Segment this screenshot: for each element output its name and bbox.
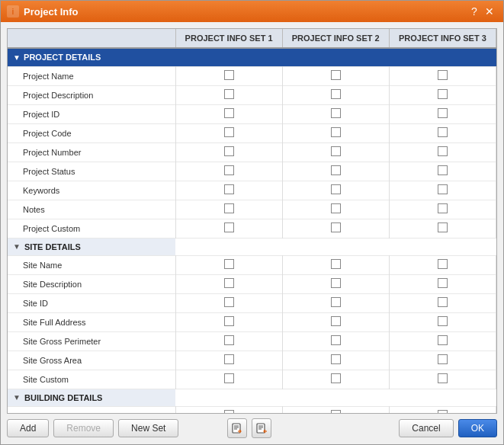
add-button[interactable]: Add [7,419,49,437]
checkbox-icon[interactable] [331,278,341,288]
checkbox-icon[interactable] [224,70,234,80]
checkbox-project-details-5-set3[interactable] [389,162,496,181]
checkbox-icon[interactable] [331,297,341,307]
checkbox-site-details-4-set1[interactable] [175,331,282,351]
checkbox-site-details-2-set3[interactable] [389,293,496,312]
collapse-icon[interactable]: ▼ [12,393,21,402]
checkbox-project-details-1-set3[interactable] [389,85,496,104]
checkbox-icon[interactable] [224,373,234,383]
checkbox-site-details-6-set1[interactable] [175,370,282,389]
section-row-project-details[interactable]: ▼ PROJECT DETAILS [8,48,496,66]
checkbox-icon[interactable] [331,335,341,345]
checkbox-project-details-7-set2[interactable] [282,200,389,219]
checkbox-icon[interactable] [331,165,341,175]
checkbox-project-details-7-set3[interactable] [389,200,496,219]
cancel-button[interactable]: Cancel [399,419,453,437]
checkbox-project-details-6-set1[interactable] [175,181,282,200]
checkbox-site-details-5-set3[interactable] [389,351,496,370]
checkbox-project-details-0-set3[interactable] [389,66,496,85]
checkbox-icon[interactable] [438,127,448,137]
checkbox-icon[interactable] [224,203,234,213]
section-row-site-details[interactable]: ▼ SITE DETAILS [8,238,496,255]
checkbox-project-details-4-set1[interactable] [175,142,282,162]
checkbox-building-details-0-set2[interactable] [282,406,389,414]
checkbox-icon[interactable] [224,354,234,364]
checkbox-icon[interactable] [331,222,341,232]
checkbox-site-details-0-set1[interactable] [175,255,282,274]
checkbox-icon[interactable] [224,184,234,194]
checkbox-site-details-5-set1[interactable] [175,351,282,370]
checkbox-project-details-3-set2[interactable] [282,123,389,142]
collapse-icon[interactable]: ▼ [12,242,21,251]
checkbox-icon[interactable] [438,278,448,288]
import-button[interactable] [252,418,271,438]
checkbox-site-details-4-set2[interactable] [282,331,389,351]
checkbox-project-details-1-set1[interactable] [175,85,282,104]
checkbox-icon[interactable] [438,89,448,99]
checkbox-project-details-5-set2[interactable] [282,162,389,181]
checkbox-project-details-5-set1[interactable] [175,162,282,181]
new-set-button[interactable]: New Set [118,419,178,437]
remove-button[interactable]: Remove [53,419,114,437]
checkbox-project-details-7-set1[interactable] [175,200,282,219]
checkbox-icon[interactable] [331,354,341,364]
checkbox-icon[interactable] [438,108,448,118]
checkbox-site-details-5-set2[interactable] [282,351,389,370]
checkbox-project-details-0-set1[interactable] [175,66,282,85]
checkbox-project-details-2-set1[interactable] [175,104,282,123]
checkbox-icon[interactable] [331,259,341,269]
checkbox-project-details-0-set2[interactable] [282,66,389,85]
checkbox-site-details-1-set1[interactable] [175,274,282,293]
checkbox-icon[interactable] [224,108,234,118]
checkbox-icon[interactable] [438,297,448,307]
checkbox-icon[interactable] [438,203,448,213]
checkbox-project-details-6-set3[interactable] [389,181,496,200]
checkbox-icon[interactable] [224,222,234,232]
help-button[interactable]: ? [467,4,482,19]
checkbox-site-details-2-set2[interactable] [282,293,389,312]
checkbox-site-details-2-set1[interactable] [175,293,282,312]
checkbox-project-details-1-set2[interactable] [282,85,389,104]
checkbox-site-details-0-set3[interactable] [389,255,496,274]
checkbox-icon[interactable] [224,297,234,307]
checkbox-project-details-8-set3[interactable] [389,219,496,238]
collapse-icon[interactable]: ▼ [12,53,21,62]
checkbox-icon[interactable] [331,127,341,137]
close-button[interactable]: ✕ [482,4,497,19]
checkbox-icon[interactable] [224,316,234,326]
checkbox-icon[interactable] [438,184,448,194]
checkbox-icon[interactable] [331,316,341,326]
checkbox-icon[interactable] [331,410,341,415]
checkbox-icon[interactable] [224,278,234,288]
checkbox-icon[interactable] [331,108,341,118]
checkbox-icon[interactable] [224,146,234,156]
checkbox-project-details-2-set3[interactable] [389,104,496,123]
checkbox-project-details-4-set3[interactable] [389,142,496,162]
checkbox-icon[interactable] [438,373,448,383]
checkbox-project-details-3-set1[interactable] [175,123,282,142]
checkbox-icon[interactable] [224,259,234,269]
checkbox-site-details-1-set3[interactable] [389,274,496,293]
checkbox-icon[interactable] [438,354,448,364]
checkbox-icon[interactable] [224,165,234,175]
checkbox-project-details-8-set2[interactable] [282,219,389,238]
checkbox-site-details-0-set2[interactable] [282,255,389,274]
checkbox-site-details-3-set1[interactable] [175,312,282,331]
checkbox-icon[interactable] [331,373,341,383]
checkbox-project-details-2-set2[interactable] [282,104,389,123]
checkbox-building-details-0-set3[interactable] [389,406,496,414]
ok-button[interactable]: OK [458,419,497,437]
checkbox-icon[interactable] [438,410,448,415]
checkbox-site-details-6-set2[interactable] [282,370,389,389]
checkbox-icon[interactable] [331,184,341,194]
checkbox-icon[interactable] [438,316,448,326]
checkbox-site-details-3-set3[interactable] [389,312,496,331]
checkbox-icon[interactable] [438,146,448,156]
checkbox-icon[interactable] [438,70,448,80]
export-button[interactable] [227,418,247,438]
checkbox-icon[interactable] [331,146,341,156]
data-table-container[interactable]: PROJECT INFO SET 1 PROJECT INFO SET 2 PR… [7,28,497,414]
checkbox-icon[interactable] [224,410,234,415]
checkbox-icon[interactable] [438,335,448,345]
checkbox-site-details-1-set2[interactable] [282,274,389,293]
